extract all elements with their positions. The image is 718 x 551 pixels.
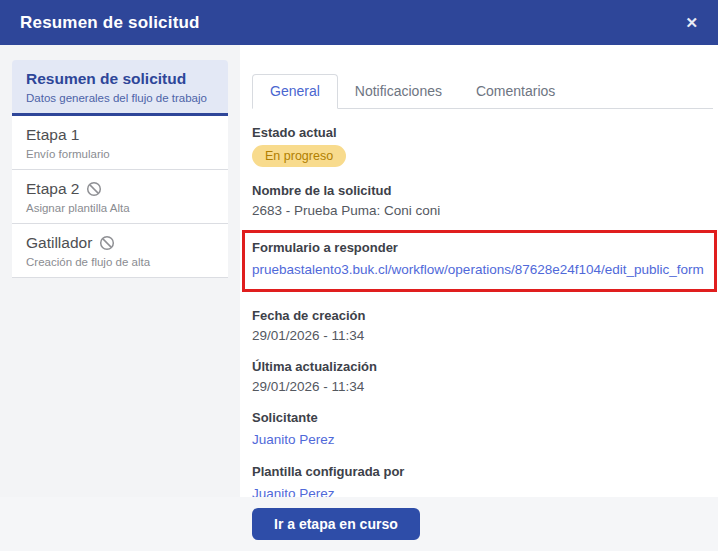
- sidebar-item-title: Gatillador: [26, 234, 92, 252]
- sidebar-item-etapa-1[interactable]: Etapa 1 Envío formulario: [12, 116, 228, 170]
- sidebar-item-title: Etapa 2: [26, 180, 79, 198]
- sidebar-item-subtitle: Datos generales del flujo de trabajo: [26, 92, 214, 104]
- modal-header: Resumen de solicitud ✕: [0, 0, 718, 45]
- close-icon[interactable]: ✕: [685, 15, 698, 30]
- tab-bar: General Notificaciones Comentarios: [252, 74, 713, 109]
- sidebar-item-gatillador[interactable]: Gatillador Creación de flujo de alta: [12, 224, 228, 278]
- field-label: Solicitante: [252, 410, 713, 425]
- tab-general[interactable]: General: [252, 74, 338, 109]
- field-label: Formulario a responder: [252, 240, 704, 255]
- field-label: Estado actual: [252, 125, 713, 140]
- field-label: Plantilla configurada por: [252, 464, 713, 479]
- field-value: 29/01/2026 - 11:34: [252, 379, 713, 394]
- sidebar-column: Resumen de solicitud Datos generales del…: [0, 45, 240, 497]
- blocked-icon: [99, 235, 115, 251]
- tab-comentarios[interactable]: Comentarios: [459, 75, 572, 108]
- request-summary-modal: Resumen de solicitud ✕ Resumen de solici…: [0, 0, 718, 551]
- field-value: 2683 - Prueba Puma: Coni coni: [252, 203, 713, 218]
- annotation-red-box: Formulario a responder pruebastalento3.b…: [242, 230, 717, 292]
- field-value: 29/01/2026 - 11:34: [252, 328, 713, 343]
- content-panel: General Notificaciones Comentarios Estad…: [240, 45, 718, 497]
- field-fecha-creacion: Fecha de creación 29/01/2026 - 11:34: [252, 308, 713, 343]
- sidebar-item-etapa-2[interactable]: Etapa 2 Asignar plantilla Alta: [12, 170, 228, 224]
- field-ultima-actualizacion: Última actualización 29/01/2026 - 11:34: [252, 359, 713, 394]
- field-label: Nombre de la solicitud: [252, 183, 713, 198]
- go-to-current-stage-button[interactable]: Ir a etapa en curso: [252, 508, 420, 540]
- solicitante-link[interactable]: Juanito Perez: [252, 432, 335, 447]
- form-url-link[interactable]: pruebastalento3.buk.cl/workflow/operatio…: [252, 262, 704, 277]
- sidebar-item-title: Resumen de solicitud: [26, 70, 214, 88]
- modal-title: Resumen de solicitud: [20, 13, 200, 33]
- tab-notificaciones[interactable]: Notificaciones: [338, 75, 459, 108]
- field-solicitante: Solicitante Juanito Perez: [252, 410, 713, 448]
- sidebar: Resumen de solicitud Datos generales del…: [12, 60, 228, 278]
- field-nombre-solicitud: Nombre de la solicitud 2683 - Prueba Pum…: [252, 183, 713, 218]
- sidebar-item-subtitle: Creación de flujo de alta: [26, 256, 214, 268]
- field-label: Última actualización: [252, 359, 713, 374]
- modal-footer: Ir a etapa en curso: [0, 497, 718, 551]
- field-estado-actual: Estado actual En progreso: [252, 125, 713, 167]
- blocked-icon: [86, 181, 102, 197]
- field-formulario-responder: Formulario a responder pruebastalento3.b…: [252, 240, 704, 278]
- sidebar-item-title: Etapa 1: [26, 126, 214, 144]
- modal-body: Resumen de solicitud Datos generales del…: [0, 45, 718, 497]
- sidebar-item-subtitle: Envío formulario: [26, 148, 214, 160]
- field-label: Fecha de creación: [252, 308, 713, 323]
- sidebar-item-resumen[interactable]: Resumen de solicitud Datos generales del…: [12, 60, 228, 116]
- status-badge: En progreso: [252, 145, 346, 167]
- sidebar-item-subtitle: Asignar plantilla Alta: [26, 202, 214, 214]
